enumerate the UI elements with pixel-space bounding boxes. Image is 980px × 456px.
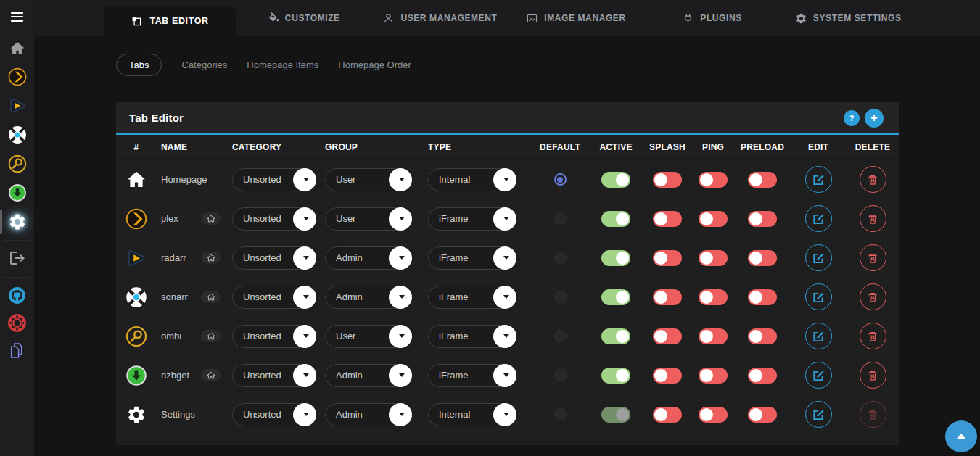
type-select[interactable]: iFrame [428,246,516,270]
edit-button[interactable] [805,362,832,389]
edit-icon [811,407,825,422]
group-select[interactable]: Admin [325,364,412,387]
menu-toggle-button[interactable] [0,2,34,31]
active-toggle[interactable] [601,250,630,266]
type-select[interactable]: iFrame [428,364,516,387]
type-select[interactable]: iFrame [428,286,516,309]
edit-button[interactable] [805,401,832,428]
sidebar-item-docs[interactable] [0,336,34,365]
sidebar-item-ombi[interactable] [0,149,34,178]
sidebar-item-logout[interactable] [0,244,34,273]
default-radio[interactable] [554,252,567,264]
group-select[interactable]: Admin [325,403,412,426]
nav-tabs-group: CUSTOMIZE USER MANAGEMENT IMAGE MANAGER … [236,0,980,36]
category-select[interactable]: Unsorted [232,364,316,387]
preload-toggle[interactable] [748,328,777,344]
add-tab-button[interactable]: + [865,109,884,128]
tab-plugins[interactable]: PLUGINS [644,0,781,36]
type-select[interactable]: Internal [428,168,516,191]
edit-button[interactable] [805,323,832,349]
default-radio[interactable] [554,369,567,381]
default-radio[interactable] [554,408,567,420]
tab-name: sonarr [161,291,188,302]
subtab-categories[interactable]: Categories [181,59,227,70]
active-toggle[interactable] [601,368,630,384]
type-select[interactable]: iFrame [428,325,516,348]
delete-button[interactable] [860,323,886,349]
default-radio[interactable] [554,212,567,225]
category-select[interactable]: Unsorted [232,207,316,231]
ping-toggle[interactable] [699,289,728,305]
delete-button[interactable] [860,205,886,232]
active-toggle[interactable] [601,211,630,227]
ping-toggle[interactable] [699,328,728,344]
delete-button[interactable] [860,283,886,310]
splash-toggle[interactable] [653,289,682,305]
sidebar-item-github[interactable] [0,281,34,310]
preload-toggle[interactable] [748,289,777,305]
edit-button[interactable] [805,283,832,310]
tab-system-settings[interactable]: SYSTEM SETTINGS [780,0,916,36]
subtab-tabs[interactable]: Tabs [116,54,162,76]
tab-customize[interactable]: CUSTOMIZE [236,0,372,36]
category-select[interactable]: Unsorted [232,403,316,426]
sidebar-item-support[interactable] [0,308,34,337]
preload-toggle[interactable] [748,172,777,188]
subtab-homepage-items[interactable]: Homepage Items [247,59,318,70]
category-select[interactable]: Unsorted [232,286,316,309]
ping-toggle[interactable] [699,211,728,227]
splash-toggle[interactable] [653,250,682,266]
ping-toggle[interactable] [699,172,728,188]
preload-toggle[interactable] [748,407,777,423]
preload-toggle[interactable] [748,211,777,227]
edit-button[interactable] [805,205,832,232]
active-toggle[interactable] [601,172,630,188]
preload-toggle[interactable] [748,250,777,266]
splash-toggle[interactable] [653,368,682,384]
tab-tab-editor[interactable]: TAB EDITOR [104,6,236,36]
group-select[interactable]: User [325,207,412,231]
help-button[interactable]: ? [844,110,860,126]
group-select[interactable]: User [325,325,412,348]
default-radio[interactable] [554,330,567,342]
default-radio[interactable] [554,173,567,186]
group-select[interactable]: Admin [325,246,412,270]
edit-icon [811,290,825,304]
sidebar-item-radarr[interactable] [0,91,34,120]
default-radio[interactable] [554,291,567,303]
splash-toggle[interactable] [653,211,682,227]
edit-button[interactable] [805,166,832,193]
splash-toggle[interactable] [653,172,682,188]
tab-image-manager[interactable]: IMAGE MANAGER [508,0,644,36]
splash-toggle[interactable] [653,407,682,423]
scroll-to-top-button[interactable] [945,420,977,452]
ping-toggle[interactable] [699,250,728,266]
active-toggle[interactable] [601,328,630,344]
group-select[interactable]: User [325,168,412,191]
active-toggle[interactable] [601,289,630,305]
category-select[interactable]: Unsorted [232,246,316,270]
subtab-homepage-order[interactable]: Homepage Order [338,59,411,70]
splash-toggle[interactable] [653,328,682,344]
tab-user-management[interactable]: USER MANAGEMENT [372,0,508,36]
table-row: radarr Unsorted Admin iFrame [116,238,899,277]
edit-button[interactable] [805,244,832,271]
delete-button[interactable] [860,166,886,193]
chevron-down-icon [389,207,412,231]
sidebar-item-nzbget[interactable] [0,178,34,207]
sidebar-item-settings[interactable] [0,207,34,236]
delete-button[interactable] [860,362,886,389]
type-select[interactable]: iFrame [428,207,516,231]
sidebar-item-plex[interactable] [0,62,34,91]
ping-toggle[interactable] [699,407,728,423]
sidebar-item-home[interactable] [0,34,34,63]
type-select[interactable]: Internal [428,403,516,426]
ping-toggle[interactable] [699,368,728,384]
delete-button[interactable] [860,244,886,271]
category-select[interactable]: Unsorted [232,325,316,348]
homepage-badge [201,330,221,342]
sidebar-item-sonarr[interactable] [0,120,34,149]
category-select[interactable]: Unsorted [232,168,316,191]
preload-toggle[interactable] [748,368,777,384]
group-select[interactable]: Admin [325,286,412,309]
